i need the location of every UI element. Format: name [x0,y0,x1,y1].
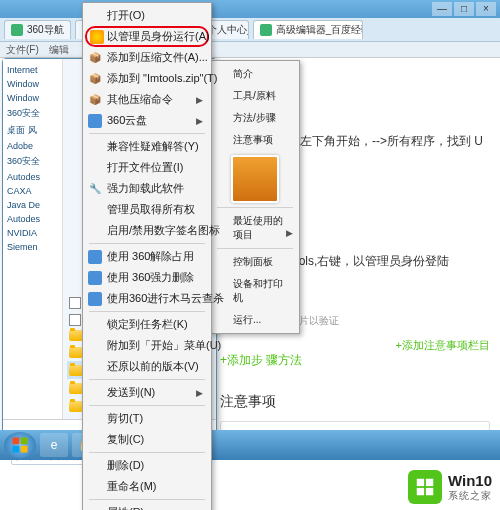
side-control-panel[interactable]: 控制面板 [213,251,297,273]
ctx-run-as-admin[interactable]: 以管理员身份运行(A) [85,26,209,47]
ctx-open-location[interactable]: 打开文件位置(I) [85,157,209,178]
context-menu: 打开(O) 以管理员身份运行(A) 📦添加到压缩文件(A)... 📦添加到 "I… [82,2,212,510]
ctx-compat[interactable]: 兼容性疑难解答(Y) [85,136,209,157]
side-devices-printers[interactable]: 设备和打印机 [213,273,297,309]
ctx-cloud[interactable]: 360云盘▶ [85,110,209,131]
ctx-other-compress[interactable]: 📦其他压缩命令▶ [85,89,209,110]
label: 最近使用的项目 [233,215,283,240]
side-method[interactable]: 方法/步骤 [213,107,297,129]
watermark-logo [408,470,442,504]
pinned-item[interactable]: Autodes [5,170,60,184]
ctx-pin-start[interactable]: 附加到「开始」菜单(U) [85,335,209,356]
label: 强力卸载此软件 [107,181,184,196]
archive-icon: 📦 [88,72,102,86]
favicon-icon [11,24,23,36]
maximize-button[interactable]: □ [454,2,474,16]
separator [89,243,205,244]
side-tools[interactable]: 工具/原料 [213,85,297,107]
pinned-item[interactable]: Autodes [5,212,60,226]
pinned-item[interactable]: Window [5,91,60,105]
pinned-item[interactable]: NVIDIA [5,226,60,240]
svg-rect-6 [417,488,424,495]
ctx-properties[interactable]: 属性(R) [85,502,209,510]
pinned-item[interactable]: Siemen [5,240,60,254]
chevron-right-icon: ▶ [196,116,203,126]
folder-icon [69,347,83,358]
window-controls: — □ × [432,2,496,16]
pinned-item[interactable]: Window [5,77,60,91]
watermark-subtitle: 系统之家 [448,490,492,501]
ctx-unoccupy[interactable]: 使用 360解除占用 [85,246,209,267]
side-intro[interactable]: 简介 [213,63,297,85]
close-button[interactable]: × [476,2,496,16]
ctx-delete[interactable]: 删除(D) [85,455,209,476]
watermark-title: Win10 [448,473,492,490]
separator [89,133,205,134]
360-icon [88,271,102,285]
label: 发送到(N) [107,385,155,400]
ctx-force-delete[interactable]: 使用 360强力删除 [85,267,209,288]
ctx-cut[interactable]: 剪切(T) [85,408,209,429]
pinned-item[interactable]: 360安全 [5,105,60,122]
start-button[interactable] [4,432,36,458]
chevron-right-icon: ▶ [196,388,203,398]
svg-rect-4 [417,479,424,486]
label: 以管理员身份运行(A) [107,29,210,44]
pinned-item[interactable]: 360安全 [5,153,60,170]
pinned-item[interactable]: Adobe [5,139,60,153]
ctx-force-scan[interactable]: 🔧强力卸载此软件 [85,178,209,199]
tab-label: 高级编辑器_百度经验 [276,23,363,37]
ctx-send-to[interactable]: 发送到(N)▶ [85,382,209,403]
browser-tab-0[interactable]: 360导航 [4,20,71,39]
ctx-add-archive[interactable]: 📦添加到压缩文件(A)... [85,47,209,68]
separator [217,248,293,249]
side-recent[interactable]: 最近使用的项目▶ [213,210,297,246]
folder-icon [69,330,83,341]
separator [89,379,205,380]
side-run[interactable]: 运行... [213,309,297,331]
label: 添加到压缩文件(A)... [107,50,208,65]
pinned-item[interactable]: Java De [5,198,60,212]
taskbar-ie-icon[interactable]: e [40,433,68,457]
pinned-item[interactable]: 桌面 风 [5,122,60,139]
file-icon [69,297,81,309]
folder-icon [69,365,83,376]
browser-menubar: 文件(F) 编辑 [0,42,500,58]
file-icon [69,314,81,326]
pinned-item[interactable]: Internet [5,63,60,77]
file-menu[interactable]: 文件(F) [6,43,39,57]
pinned-item[interactable]: CAXA [5,184,60,198]
archive-icon: 📦 [88,51,102,65]
separator [89,499,205,500]
ctx-copy[interactable]: 复制(C) [85,429,209,450]
minimize-button[interactable]: — [432,2,452,16]
start-menu-pinned-list: Internet Window Window 360安全 桌面 风 Adobe … [3,59,63,419]
ctx-open[interactable]: 打开(O) [85,5,209,26]
ctx-sig-icons[interactable]: 启用/禁用数字签名图标 [85,220,209,241]
ctx-trojan-scan[interactable]: 使用360进行木马云查杀 [85,288,209,309]
tool-icon: 🔧 [88,182,102,196]
browser-tab-3[interactable]: 高级编辑器_百度经验 [253,20,363,39]
user-avatar[interactable] [231,155,279,203]
ctx-restore-prev[interactable]: 还原以前的版本(V) [85,356,209,377]
ctx-pin-taskbar[interactable]: 锁定到任务栏(K) [85,314,209,335]
label: 使用 360强力删除 [107,270,194,285]
ctx-rename[interactable]: 重命名(M) [85,476,209,497]
taskbar: e 📁 [0,430,500,460]
chevron-right-icon: ▶ [196,95,203,105]
side-caution[interactable]: 注意事项 [213,129,297,151]
ctx-admin-rights[interactable]: 管理员取得所有权 [85,199,209,220]
ctx-add-zip[interactable]: 📦添加到 "Imtools.zip"(T) [85,68,209,89]
separator [89,452,205,453]
add-caution-link[interactable]: +添加注意事项栏目 [396,338,490,353]
edit-menu[interactable]: 编辑 [49,43,69,57]
shield-icon [90,30,104,44]
label: 360云盘 [107,113,147,128]
svg-rect-7 [426,488,433,495]
svg-rect-3 [21,446,28,453]
chevron-right-icon: ▶ [286,228,293,238]
label: 添加到 "Imtools.zip"(T) [107,71,217,86]
archive-icon: 📦 [88,93,102,107]
360-icon [88,292,102,306]
window-titlebar: — □ × [0,0,500,18]
